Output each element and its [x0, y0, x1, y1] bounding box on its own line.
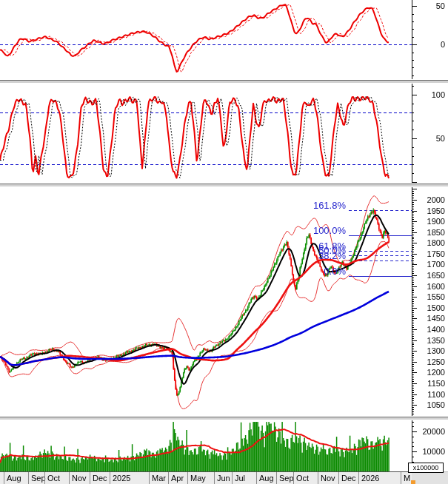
time-axis-tick	[358, 472, 359, 484]
time-axis-label: Dec	[341, 474, 356, 483]
time-axis-tick	[168, 472, 169, 484]
time-axis-tick	[110, 472, 110, 484]
time-axis-tick	[338, 472, 339, 484]
y-axis-label: 10000	[416, 447, 445, 457]
time-axis-label: May	[190, 474, 206, 483]
y-axis-label: 1200	[416, 368, 445, 377]
time-axis-label: Sep	[31, 474, 46, 483]
y-axis-label: 2000	[416, 195, 445, 205]
time-axis-tick	[187, 472, 188, 484]
time-axis-label: Nov	[72, 474, 87, 483]
time-axis-label: Aug	[7, 474, 21, 483]
time-axis-label: Apr	[171, 474, 184, 483]
y-axis-label: 1050	[416, 400, 445, 410]
time-axis-tick	[401, 472, 401, 484]
oscillator-canvas[interactable]	[0, 0, 448, 79]
oscillator-panel[interactable]	[0, 0, 448, 79]
y-axis-label: 20000	[416, 427, 445, 437]
y-axis-label: 1500	[416, 303, 445, 313]
y-axis-label: 50	[416, 1, 445, 11]
time-axis-tick	[276, 472, 277, 484]
time-axis-label: Oct	[47, 474, 60, 483]
taskbar-chip	[411, 480, 415, 484]
time-axis-tick	[4, 472, 4, 484]
y-axis-label: 1950	[416, 206, 445, 216]
time-axis-label: Jul	[235, 474, 245, 483]
y-axis-label: 1900	[416, 217, 445, 226]
time-axis[interactable]: AugSepOctNovDec2025MarAprMayJunJulAugSep…	[0, 471, 448, 484]
price-canvas[interactable]	[0, 187, 448, 416]
time-axis-label: M	[404, 474, 410, 483]
time-axis-tick	[293, 472, 294, 484]
y-axis-label: 1150	[416, 379, 445, 389]
time-axis-label: 2026	[361, 474, 379, 483]
time-axis-label: Mar	[152, 474, 166, 483]
time-axis-label: Oct	[296, 474, 309, 483]
y-axis-label: 1300	[416, 346, 445, 356]
time-axis-label: Dec	[93, 474, 107, 483]
time-axis-tick	[232, 472, 233, 484]
time-axis-label: Jun	[217, 474, 230, 483]
y-axis-label: 1800	[416, 238, 445, 248]
y-axis-label: 1250	[416, 357, 445, 367]
volume-multiplier-badge: x100000	[408, 463, 444, 473]
volume-panel[interactable]	[0, 420, 448, 471]
stochastic-panel[interactable]	[0, 84, 448, 183]
time-axis-tick	[318, 472, 318, 484]
y-axis-label: 1750	[416, 249, 445, 259]
y-axis-label: 1450	[416, 314, 445, 323]
time-axis-label: 2025	[113, 474, 130, 483]
price-panel[interactable]	[0, 187, 448, 416]
y-axis-label: 1100	[416, 390, 445, 400]
time-axis-tick	[149, 472, 150, 484]
y-axis-label: 1550	[416, 292, 445, 302]
volume-canvas[interactable]	[0, 420, 448, 471]
y-axis-label: 100	[416, 90, 445, 100]
time-axis-label: Nov	[321, 474, 335, 483]
time-axis-tick	[90, 472, 90, 484]
y-axis-label: 1700	[416, 260, 445, 269]
y-axis-label: 50	[416, 134, 445, 144]
y-axis-label: 0	[416, 40, 445, 50]
axis-corner	[412, 471, 448, 484]
time-axis-tick	[256, 472, 257, 484]
time-axis-label: Aug	[259, 474, 274, 483]
time-axis-tick	[69, 472, 70, 484]
y-axis-label: 1650	[416, 271, 445, 280]
y-axis-label: 1850	[416, 228, 445, 238]
time-axis-tick	[44, 472, 45, 484]
y-axis-label: 1350	[416, 336, 445, 346]
y-axis-label: 1600	[416, 282, 445, 292]
time-axis-tick	[28, 472, 29, 484]
time-axis-label: Sep	[279, 474, 294, 483]
time-axis-tick	[214, 472, 215, 484]
stochastic-canvas[interactable]	[0, 84, 448, 183]
y-axis-label: 1400	[416, 325, 445, 335]
